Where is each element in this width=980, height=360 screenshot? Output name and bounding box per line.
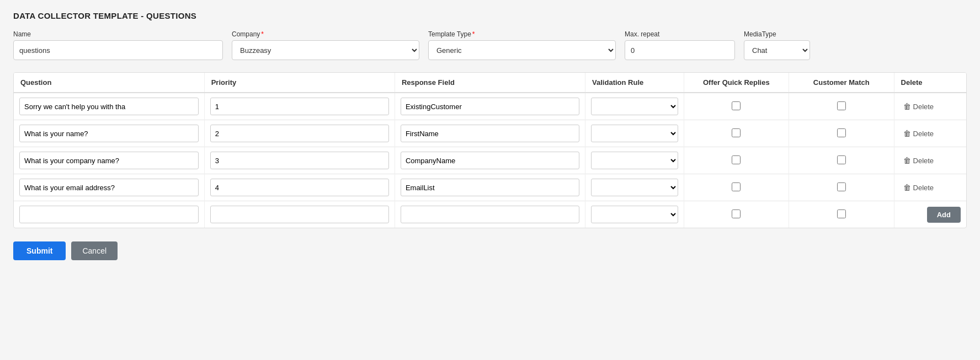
customer-match-checkbox-1[interactable] — [837, 128, 846, 137]
table-row: Email Phone 🗑 Delete — [14, 93, 966, 120]
table-header-row: Question Priority Response Field Validat… — [14, 73, 966, 93]
table-add-row: Email Phone Add — [14, 201, 966, 228]
validation-rule-cell-2: Email Phone — [585, 147, 684, 174]
question-cell-1 — [14, 120, 204, 147]
offer-quick-replies-cell-3 — [684, 174, 789, 201]
trash-icon-1: 🗑 — [903, 129, 911, 138]
name-input[interactable] — [13, 40, 223, 60]
max-repeat-input[interactable] — [625, 40, 735, 60]
question-cell-3 — [14, 174, 204, 201]
offer-quick-replies-checkbox-0[interactable] — [732, 101, 741, 110]
delete-button-0[interactable]: 🗑 Delete — [900, 100, 938, 113]
response-field-input-3[interactable] — [401, 179, 579, 196]
delete-button-3[interactable]: 🗑 Delete — [900, 181, 938, 194]
table-row: Email Phone 🗑 Delete — [14, 174, 966, 201]
offer-quick-replies-cell-2 — [684, 147, 789, 174]
template-type-field-group: Template Type* Generic Custom — [428, 30, 616, 60]
new-offer-quick-replies-cell — [684, 201, 789, 228]
response-field-cell-3 — [395, 174, 585, 201]
customer-match-cell-2 — [789, 147, 894, 174]
new-response-field-input[interactable] — [401, 206, 579, 223]
question-input-0[interactable] — [19, 98, 199, 115]
validation-rule-cell-0: Email Phone — [585, 93, 684, 120]
add-button[interactable]: Add — [927, 207, 961, 223]
customer-match-checkbox-3[interactable] — [837, 182, 846, 191]
trash-icon-3: 🗑 — [903, 183, 911, 192]
delete-cell-0: 🗑 Delete — [894, 93, 966, 120]
offer-quick-replies-checkbox-3[interactable] — [732, 182, 741, 191]
priority-cell-0 — [204, 93, 395, 120]
priority-cell-1 — [204, 120, 395, 147]
col-header-question: Question — [14, 73, 204, 93]
validation-rule-cell-3: Email Phone — [585, 174, 684, 201]
top-fields: Name Company* Buzzeasy Other Template Ty… — [13, 30, 967, 60]
question-cell-2 — [14, 147, 204, 174]
company-field-group: Company* Buzzeasy Other — [232, 30, 419, 60]
priority-cell-2 — [204, 147, 395, 174]
customer-match-checkbox-0[interactable] — [837, 101, 846, 110]
priority-input-0[interactable] — [210, 98, 389, 115]
customer-match-cell-0 — [789, 93, 894, 120]
response-field-input-0[interactable] — [401, 98, 579, 115]
priority-input-1[interactable] — [210, 125, 389, 142]
new-customer-match-cell — [789, 201, 894, 228]
max-repeat-label: Max. repeat — [625, 30, 735, 38]
col-header-response-field: Response Field — [395, 73, 585, 93]
new-question-input[interactable] — [19, 206, 199, 223]
new-question-cell — [14, 201, 204, 228]
col-header-validation-rule: Validation Rule — [585, 73, 684, 93]
response-field-input-1[interactable] — [401, 125, 579, 142]
question-input-3[interactable] — [19, 179, 199, 196]
offer-quick-replies-cell-0 — [684, 93, 789, 120]
new-response-field-cell — [395, 201, 585, 228]
response-field-cell-2 — [395, 147, 585, 174]
priority-input-3[interactable] — [210, 179, 389, 196]
submit-button[interactable]: Submit — [13, 241, 66, 260]
customer-match-checkbox-2[interactable] — [837, 155, 846, 164]
trash-icon-0: 🗑 — [903, 102, 911, 111]
question-input-1[interactable] — [19, 125, 199, 142]
new-validation-cell: Email Phone — [585, 201, 684, 228]
new-priority-input[interactable] — [210, 206, 389, 223]
question-input-2[interactable] — [19, 152, 199, 169]
customer-match-cell-3 — [789, 174, 894, 201]
max-repeat-field-group: Max. repeat — [625, 30, 735, 60]
questions-table-wrapper: Question Priority Response Field Validat… — [13, 72, 967, 228]
template-type-select[interactable]: Generic Custom — [428, 40, 616, 60]
name-field-group: Name — [13, 30, 223, 60]
validation-rule-select-0[interactable]: Email Phone — [591, 98, 678, 115]
customer-match-cell-1 — [789, 120, 894, 147]
delete-cell-2: 🗑 Delete — [894, 147, 966, 174]
page-title: DATA COLLECTOR TEMPLATE - QUESTIONS — [13, 11, 967, 20]
delete-button-1[interactable]: 🗑 Delete — [900, 127, 938, 140]
new-add-cell: Add — [894, 201, 966, 228]
validation-rule-select-2[interactable]: Email Phone — [591, 152, 678, 169]
offer-quick-replies-checkbox-1[interactable] — [732, 128, 741, 137]
new-offer-quick-replies-checkbox[interactable] — [732, 209, 741, 218]
offer-quick-replies-cell-1 — [684, 120, 789, 147]
offer-quick-replies-checkbox-2[interactable] — [732, 155, 741, 164]
new-validation-rule-select[interactable]: Email Phone — [591, 206, 678, 223]
company-label: Company* — [232, 30, 419, 38]
priority-cell-3 — [204, 174, 395, 201]
cancel-button[interactable]: Cancel — [71, 241, 118, 260]
table-row: Email Phone 🗑 Delete — [14, 147, 966, 174]
response-field-input-2[interactable] — [401, 152, 579, 169]
trash-icon-2: 🗑 — [903, 156, 911, 165]
new-priority-cell — [204, 201, 395, 228]
delete-button-2[interactable]: 🗑 Delete — [900, 154, 938, 167]
new-customer-match-checkbox[interactable] — [837, 209, 846, 218]
action-row: Submit Cancel — [13, 241, 967, 260]
table-row: Email Phone 🗑 Delete — [14, 120, 966, 147]
priority-input-2[interactable] — [210, 152, 389, 169]
validation-rule-select-3[interactable]: Email Phone — [591, 179, 678, 196]
response-field-cell-1 — [395, 120, 585, 147]
validation-rule-select-1[interactable]: Email Phone — [591, 125, 678, 142]
delete-cell-1: 🗑 Delete — [894, 120, 966, 147]
col-header-offer-quick-replies: Offer Quick Replies — [684, 73, 789, 93]
name-label: Name — [13, 30, 223, 38]
media-type-field-group: MediaType Chat Voice Email — [744, 30, 810, 60]
col-header-customer-match: Customer Match — [789, 73, 894, 93]
company-select[interactable]: Buzzeasy Other — [232, 40, 419, 60]
media-type-select[interactable]: Chat Voice Email — [744, 40, 810, 60]
